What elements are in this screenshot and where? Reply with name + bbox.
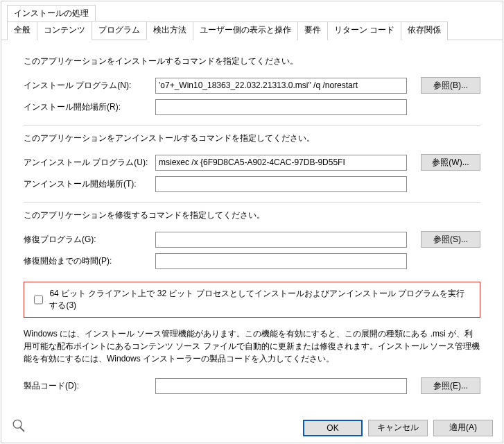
tab-プログラム[interactable]: プログラム [92, 21, 147, 40]
install-start-input[interactable] [155, 99, 407, 115]
tab-content-programs: このアプリケーションをインストールするコマンドを指定してください。 インストール… [1, 40, 503, 443]
run-as-32bit-label: 64 ビット クライアント上で 32 ビット プロセスとしてインストールおよびア… [49, 288, 473, 311]
uninstall-section-label: このアプリケーションをアンインストールするコマンドを指定してください。 [24, 133, 480, 144]
uninstall-program-input[interactable] [155, 155, 407, 171]
repair-browse-button[interactable]: 参照(S)... [421, 231, 480, 248]
uninstall-browse-button[interactable]: 参照(W)... [421, 154, 480, 171]
svg-point-0 [13, 420, 21, 428]
run-as-32bit-checkbox[interactable] [34, 295, 43, 305]
uninstall-start-label: アンインストール開始場所(T): [24, 178, 155, 190]
install-program-label: インストール プログラム(N): [24, 80, 155, 92]
tab-検出方法[interactable]: 検出方法 [146, 22, 193, 40]
tab-container: インストールの処理 全般コンテンツプログラム検出方法ユーザー側の表示と操作要件リ… [1, 1, 503, 40]
svg-line-2 [20, 427, 24, 432]
tab-依存関係[interactable]: 依存関係 [401, 22, 448, 40]
repair-section-label: このアプリケーションを修復するコマンドを指定してください。 [24, 210, 480, 221]
tab-リターン コード[interactable]: リターン コード [327, 22, 401, 40]
install-start-label: インストール開始場所(R): [24, 101, 155, 113]
cancel-button[interactable]: キャンセル [368, 420, 428, 436]
tab-要件[interactable]: 要件 [297, 22, 328, 40]
uninstall-program-label: アンインストール プログラム(U): [24, 157, 155, 169]
dialog-window: インストールの処理 全般コンテンツプログラム検出方法ユーザー側の表示と操作要件リ… [1, 1, 503, 443]
tab-コンテンツ[interactable]: コンテンツ [37, 22, 92, 40]
product-code-browse-button[interactable]: 参照(E)... [421, 377, 480, 394]
install-program-input[interactable] [155, 78, 407, 94]
run-as-32bit-row: 64 ビット クライアント上で 32 ビット プロセスとしてインストールおよびア… [24, 282, 480, 318]
tab-ユーザー側の表示と操作[interactable]: ユーザー側の表示と操作 [193, 22, 298, 40]
dialog-footer: OK キャンセル 適用(A) [1, 418, 503, 437]
product-code-input[interactable] [155, 378, 407, 394]
install-browse-button[interactable]: 参照(B)... [421, 77, 480, 94]
divider [24, 125, 480, 126]
uninstall-start-input[interactable] [155, 176, 407, 192]
tab-全般[interactable]: 全般 [7, 22, 37, 40]
tab-インストールの処理[interactable]: インストールの処理 [7, 5, 96, 22]
repair-time-label: 修復開始までの時間(P): [24, 255, 155, 267]
repair-program-label: 修復プログラム(G): [24, 234, 155, 246]
product-code-label: 製品コード(D): [24, 380, 155, 392]
apply-button[interactable]: 適用(A) [433, 420, 493, 436]
help-icon[interactable] [11, 418, 26, 437]
source-management-info: Windows には、インストール ソース管理機能があります。この機能を有効にす… [24, 327, 480, 365]
svg-line-1 [20, 427, 24, 432]
repair-time-input[interactable] [155, 253, 407, 269]
divider [24, 202, 480, 203]
repair-program-input[interactable] [155, 232, 407, 248]
install-section-label: このアプリケーションをインストールするコマンドを指定してください。 [24, 56, 480, 67]
ok-button[interactable]: OK [303, 420, 363, 436]
